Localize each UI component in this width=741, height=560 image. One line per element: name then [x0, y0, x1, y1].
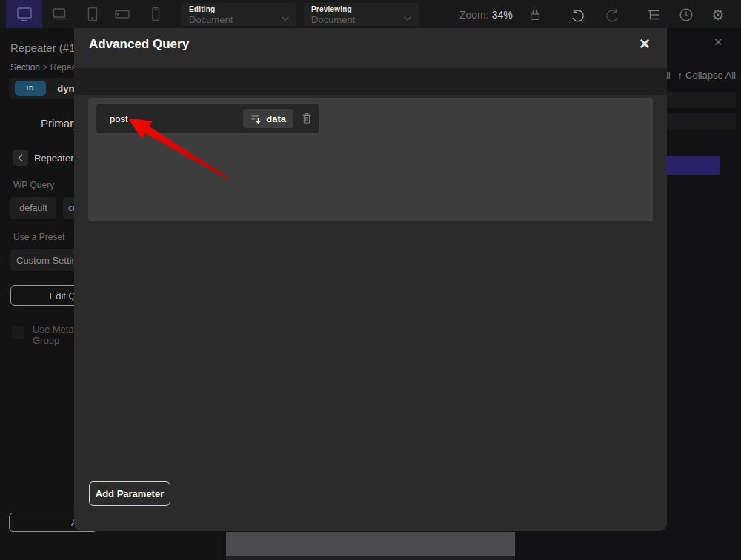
breadcrumb-separator: > — [42, 62, 47, 73]
canvas-page-block-footer — [226, 556, 515, 560]
chevron-down-icon — [403, 16, 412, 21]
structure-row[interactable] — [665, 92, 736, 108]
value-row: data — [96, 104, 319, 133]
parameter-header-row: post_type Add Value — [74, 68, 667, 95]
add-parameter-button[interactable]: Add Parameter — [89, 481, 170, 506]
redo-button[interactable] — [603, 6, 621, 24]
previewing-label: Previewing — [311, 5, 411, 13]
tab-primary[interactable]: Primary — [41, 117, 79, 130]
delete-value-button[interactable] — [300, 111, 313, 126]
landscape-device-icon — [113, 5, 132, 23]
zoom-indicator: Zoom:34% — [459, 9, 513, 21]
id-badge: ID — [15, 81, 46, 96]
tablet-icon — [83, 5, 102, 23]
structure-row-selected[interactable] — [665, 156, 720, 175]
breadcrumb: Section > Repea — [10, 62, 76, 73]
device-landscape-button[interactable] — [104, 0, 140, 28]
device-desktop-button[interactable] — [6, 0, 42, 28]
gear-icon: ⚙ — [711, 6, 725, 24]
collapse-all-label[interactable]: Collapse All — [685, 70, 736, 81]
undo-icon — [570, 7, 586, 23]
collapse-all-arrow-icon: ↑ — [678, 70, 683, 81]
device-laptop-button[interactable] — [41, 0, 77, 28]
dynamic-data-button[interactable]: data — [243, 109, 293, 128]
clock-icon — [678, 7, 694, 23]
editing-dropdown[interactable]: Editing Document — [182, 3, 296, 26]
editing-value: Document — [189, 14, 289, 25]
parameter-values-panel: data — [88, 98, 653, 221]
canvas-page-block — [226, 532, 515, 556]
structure-tree-icon — [645, 7, 662, 23]
lock-button[interactable] — [526, 6, 544, 24]
phone-icon — [146, 5, 165, 23]
previewing-dropdown[interactable]: Previewing Document — [304, 3, 419, 26]
trash-icon — [301, 112, 313, 125]
meta-box-checkbox[interactable] — [12, 326, 24, 339]
chevron-left-icon — [17, 153, 24, 162]
back-button[interactable] — [13, 150, 28, 166]
back-label: Repeater — [34, 153, 73, 164]
dynamic-data-icon — [250, 113, 262, 124]
wp-query-label: WP Query — [13, 180, 54, 190]
lock-icon — [528, 7, 542, 22]
previewing-value: Document — [311, 14, 411, 25]
element-title: Repeater (#1 — [10, 41, 76, 54]
device-phone-button[interactable] — [137, 0, 173, 28]
structure-panel-button[interactable] — [645, 6, 662, 24]
undo-button[interactable] — [569, 6, 587, 24]
settings-button[interactable]: ⚙ — [709, 6, 727, 24]
breadcrumb-current: Repea — [50, 62, 76, 73]
desktop-icon — [15, 5, 34, 23]
history-button[interactable] — [677, 6, 695, 24]
right-panel-close-icon[interactable]: ✕ — [714, 36, 723, 49]
laptop-icon — [50, 5, 69, 23]
structure-row[interactable] — [665, 133, 720, 150]
structure-row[interactable] — [665, 113, 736, 129]
editing-label: Editing — [189, 5, 289, 13]
advanced-query-modal: Advanced Query ✕ post_type Add Value dat… — [74, 28, 667, 531]
top-toolbar: Editing Document Previewing Document Zoo… — [0, 0, 741, 28]
modal-title: Advanced Query — [89, 37, 189, 52]
chevron-down-icon — [281, 16, 290, 21]
breadcrumb-parent[interactable]: Section — [10, 62, 40, 73]
value-input[interactable] — [102, 113, 243, 124]
dynamic-data-label: data — [266, 113, 286, 124]
redo-icon — [604, 7, 620, 23]
preset-label: Use a Preset — [13, 232, 64, 242]
builder-screen: ✕ ll↑Collapse All Repeater (#1 Section >… — [0, 0, 741, 560]
wp-query-default-button[interactable]: default — [10, 197, 56, 219]
modal-close-icon[interactable]: ✕ — [639, 36, 651, 53]
